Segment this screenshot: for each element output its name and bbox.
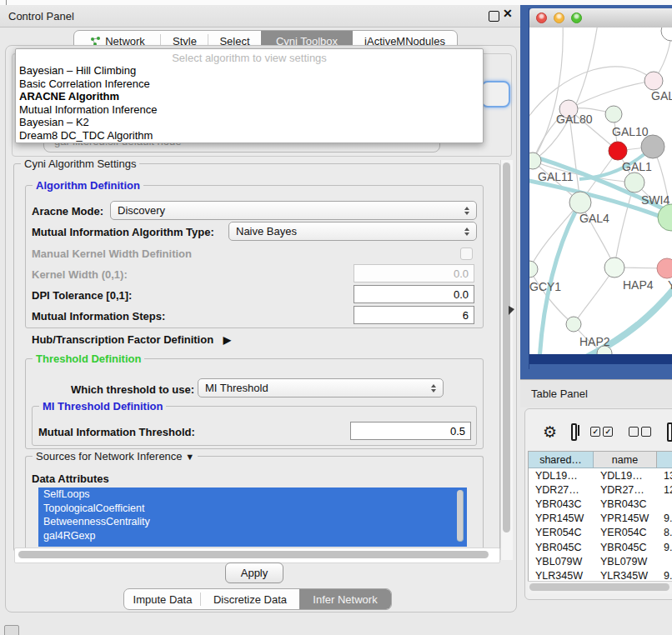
node-label: GAL11	[538, 170, 574, 183]
vertical-scrollbar-thumb[interactable]	[503, 162, 510, 532]
expander-down-icon: ▼	[185, 452, 194, 462]
node-label: HAP4	[623, 278, 654, 292]
node-unlabeled[interactable]	[661, 28, 672, 41]
node-label: GAL10	[612, 125, 649, 138]
node-label: Y	[668, 278, 672, 292]
table-row[interactable]: YBR043C YBR043C	[529, 497, 672, 511]
table-row[interactable]: YBR045C YBR045C 9.	[529, 540, 672, 554]
table-row[interactable]: YPR145W YPR145W 9.	[529, 512, 672, 526]
node-table: shared… name YDL19… YDL19… 13 YDR27… YDR…	[528, 451, 672, 582]
close-traffic-icon[interactable]	[536, 12, 547, 23]
aracne-mode-combo[interactable]: Discovery	[110, 201, 477, 220]
stepper-icon	[464, 204, 469, 218]
network-window-titlebar[interactable]	[529, 8, 672, 28]
data-attributes-list: SelfLoops TopologicalCoefficient Between…	[38, 488, 467, 547]
mi-steps-field[interactable]	[354, 306, 474, 324]
cytoscape-desktop: GAL GAL80 GAL10 GAL1 GAL11 SWI4 GAL4 GCY…	[520, 5, 672, 379]
float-window-icon[interactable]	[489, 11, 499, 22]
horizontal-scrollbar-thumb[interactable]	[18, 551, 489, 558]
list-scrollbar-thumb[interactable]	[457, 490, 464, 542]
table-row[interactable]: YDR27… YDR27… 12	[529, 482, 672, 497]
list-item[interactable]: SelfLoops	[38, 488, 467, 502]
columns-icon[interactable]	[571, 423, 577, 441]
node-label: SWI4	[641, 193, 669, 207]
stepper-icon	[464, 225, 469, 238]
column-header[interactable]	[657, 452, 672, 468]
algorithm-option[interactable]: Dream8 DC_TDC Algorithm	[16, 129, 483, 142]
apply-button[interactable]: Apply	[225, 562, 283, 583]
node-gray[interactable]	[641, 135, 664, 158]
network-canvas[interactable]: GAL GAL80 GAL10 GAL1 GAL11 SWI4 GAL4 GCY…	[529, 28, 672, 354]
table-row[interactable]: YBL079W YBL079W	[529, 554, 672, 568]
close-icon[interactable]: ✕	[503, 7, 513, 20]
node-gal4[interactable]	[569, 192, 591, 213]
dpi-tolerance-field[interactable]	[354, 285, 474, 303]
settings-vertical-scrollbar	[500, 160, 513, 560]
table-scrollbar-thumb[interactable]	[529, 583, 669, 591]
mi-threshold-title: MI Threshold Definition	[39, 400, 166, 412]
threshold-definition-title: Threshold Definition	[33, 352, 144, 365]
node-label: GAL80	[556, 112, 593, 126]
manual-kernel-label: Manual Kernel Width Definition	[32, 248, 192, 260]
node-label: GAL1	[622, 160, 652, 173]
node-label: GAL	[651, 89, 672, 102]
algorithm-option[interactable]: Basic Correlation Inference	[16, 78, 483, 91]
node-gal1-green[interactable]	[624, 172, 644, 192]
panel-title: Control Panel	[8, 10, 74, 22]
mi-steps-label: Mutual Information Steps:	[32, 310, 165, 322]
dpi-tolerance-label: DPI Tolerance [0,1]:	[32, 289, 132, 302]
algorithm-option-selected[interactable]: ARACNE Algorithm	[16, 90, 483, 103]
mouse-cursor	[509, 306, 514, 315]
which-threshold-combo[interactable]: MI Threshold	[198, 378, 444, 398]
list-item[interactable]: BetweennessCentrality	[38, 515, 467, 529]
kernel-width-field	[354, 264, 474, 282]
tab-impute-data[interactable]: Impute Data	[124, 589, 201, 609]
node-gal10[interactable]	[605, 106, 622, 122]
algorithm-option[interactable]: Bayesian – K2	[16, 116, 483, 129]
node-salmon[interactable]	[657, 258, 672, 278]
tab-infer-network[interactable]: Infer Network	[299, 589, 391, 609]
table-panel-titlebar: Table Panel	[520, 379, 672, 408]
node-gcy1[interactable]	[529, 261, 538, 278]
list-scrollbar	[455, 488, 466, 547]
expander-right-icon: ▶	[223, 334, 231, 346]
minimize-traffic-icon[interactable]	[554, 12, 564, 23]
table-panel-title: Table Panel	[531, 388, 588, 400]
node-label: HAP2	[579, 335, 610, 348]
table-row[interactable]: YLR345W YLR345W 9.	[529, 568, 672, 582]
zoom-traffic-icon[interactable]	[571, 12, 582, 23]
cyni-bottom-tabs: Impute Data Discretize Data Infer Networ…	[123, 588, 392, 610]
list-item[interactable]: gal4RGexp	[38, 529, 467, 543]
node-gal-partial[interactable]	[644, 72, 663, 90]
tab-discretize-data[interactable]: Discretize Data	[201, 589, 299, 609]
window-restore-icon[interactable]	[4, 625, 19, 635]
focused-combo-fragment[interactable]	[481, 81, 510, 108]
settings-group-title: Cyni Algorithm Settings	[21, 158, 139, 170]
network-window: GAL GAL80 GAL10 GAL1 GAL11 SWI4 GAL4 GCY…	[529, 8, 672, 369]
algorithm-option[interactable]: Mutual Information Inference	[16, 103, 483, 117]
column-header[interactable]: shared…	[529, 452, 594, 468]
table-row[interactable]: YDL19… YDL19… 13	[529, 468, 672, 482]
table-toolbar: ⚙ ✓✓	[525, 416, 672, 448]
node-hap2[interactable]	[566, 317, 581, 332]
node-label: GCY1	[529, 280, 561, 293]
select-all-columns-icon[interactable]: ✓✓	[590, 427, 615, 437]
list-item[interactable]: TopologicalCoefficient	[38, 502, 467, 516]
mi-algorithm-type-combo[interactable]: Naive Bayes	[228, 222, 477, 241]
hub-definition-expander[interactable]: Hub/Transcription Factor Definition ▶	[32, 333, 231, 346]
node-hap4[interactable]	[604, 258, 624, 278]
column-header[interactable]: name	[594, 452, 657, 468]
gear-icon[interactable]: ⚙	[543, 422, 557, 442]
deselect-all-columns-icon[interactable]	[629, 427, 654, 437]
which-threshold-label: Which threshold to use:	[71, 383, 194, 396]
control-panel-titlebar: Control Panel	[0, 5, 520, 28]
mi-threshold-field[interactable]	[350, 422, 471, 440]
mi-type-label: Mutual Information Algorithm Type:	[32, 226, 214, 238]
algorithm-option[interactable]: Bayesian – Hill Climbing	[16, 64, 483, 78]
export-table-icon[interactable]	[667, 422, 672, 442]
table-row[interactable]: YER054C YER054C 8.	[529, 526, 672, 540]
node-label: GAL4	[579, 212, 609, 225]
mi-threshold-label: Mutual Information Threshold:	[38, 426, 195, 438]
sources-title[interactable]: Sources for Network Inference ▼	[33, 450, 198, 462]
node-red-gal1[interactable]	[609, 142, 627, 160]
